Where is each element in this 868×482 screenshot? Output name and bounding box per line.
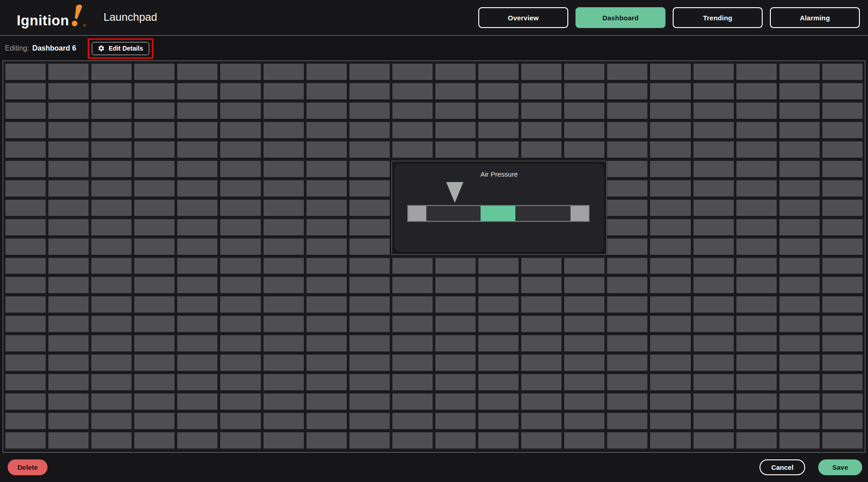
grid-cell[interactable] xyxy=(392,335,433,351)
grid-cell[interactable] xyxy=(607,122,647,138)
grid-cell[interactable] xyxy=(91,258,132,274)
grid-cell[interactable] xyxy=(822,277,863,293)
grid-cell[interactable] xyxy=(693,141,734,158)
grid-cell[interactable] xyxy=(264,277,304,293)
grid-cell[interactable] xyxy=(822,239,863,255)
nav-button-alarming[interactable]: Alarming xyxy=(770,7,860,28)
grid-cell[interactable] xyxy=(177,374,217,390)
grid-cell[interactable] xyxy=(607,413,647,429)
grid-cell[interactable] xyxy=(307,200,347,216)
grid-cell[interactable] xyxy=(478,355,519,371)
air-pressure-widget[interactable]: Air Pressure xyxy=(392,161,607,255)
grid-cell[interactable] xyxy=(736,335,777,351)
grid-cell[interactable] xyxy=(177,64,217,80)
nav-button-overview[interactable]: Overview xyxy=(478,7,568,28)
grid-cell[interactable] xyxy=(564,103,604,119)
grid-cell[interactable] xyxy=(392,374,433,390)
grid-cell[interactable] xyxy=(91,296,132,313)
grid-cell[interactable] xyxy=(822,219,863,235)
grid-cell[interactable] xyxy=(693,239,734,255)
grid-cell[interactable] xyxy=(5,374,46,390)
grid-cell[interactable] xyxy=(349,219,390,235)
grid-cell[interactable] xyxy=(607,374,647,390)
grid-cell[interactable] xyxy=(779,122,820,138)
grid-cell[interactable] xyxy=(650,122,690,138)
grid-cell[interactable] xyxy=(607,432,647,449)
grid-cell[interactable] xyxy=(177,200,217,216)
grid-cell[interactable] xyxy=(779,335,820,351)
grid-cell[interactable] xyxy=(220,219,260,235)
grid-cell[interactable] xyxy=(307,64,347,80)
grid-cell[interactable] xyxy=(521,296,561,313)
grid-cell[interactable] xyxy=(779,316,820,332)
grid-cell[interactable] xyxy=(349,296,390,313)
grid-cell[interactable] xyxy=(177,355,217,371)
grid-cell[interactable] xyxy=(650,103,690,119)
grid-cell[interactable] xyxy=(349,200,390,216)
grid-cell[interactable] xyxy=(220,355,260,371)
grid-cell[interactable] xyxy=(264,141,304,158)
grid-cell[interactable] xyxy=(650,316,690,332)
grid-cell[interactable] xyxy=(48,355,89,371)
grid-cell[interactable] xyxy=(478,258,519,274)
grid-cell[interactable] xyxy=(822,316,863,332)
grid-cell[interactable] xyxy=(435,335,476,351)
grid-cell[interactable] xyxy=(779,219,820,235)
grid-cell[interactable] xyxy=(693,355,734,371)
grid-cell[interactable] xyxy=(264,258,304,274)
grid-cell[interactable] xyxy=(478,64,519,80)
grid-cell[interactable] xyxy=(5,122,46,138)
grid-cell[interactable] xyxy=(134,219,175,235)
grid-cell[interactable] xyxy=(307,316,347,332)
grid-cell[interactable] xyxy=(564,393,604,410)
grid-cell[interactable] xyxy=(693,122,734,138)
grid-cell[interactable] xyxy=(693,64,734,80)
grid-cell[interactable] xyxy=(177,277,217,293)
grid-cell[interactable] xyxy=(264,103,304,119)
grid-cell[interactable] xyxy=(650,296,690,313)
grid-cell[interactable] xyxy=(650,219,690,235)
grid-cell[interactable] xyxy=(607,335,647,351)
grid-cell[interactable] xyxy=(177,335,217,351)
grid-cell[interactable] xyxy=(435,374,476,390)
grid-cell[interactable] xyxy=(435,258,476,274)
grid-cell[interactable] xyxy=(264,83,304,99)
grid-cell[interactable] xyxy=(134,64,175,80)
grid-cell[interactable] xyxy=(392,83,433,99)
grid-cell[interactable] xyxy=(822,161,863,177)
grid-cell[interactable] xyxy=(134,432,175,449)
grid-cell[interactable] xyxy=(91,103,132,119)
grid-cell[interactable] xyxy=(736,161,777,177)
grid-cell[interactable] xyxy=(607,200,647,216)
grid-cell[interactable] xyxy=(822,83,863,99)
grid-cell[interactable] xyxy=(307,355,347,371)
grid-cell[interactable] xyxy=(779,277,820,293)
grid-cell[interactable] xyxy=(779,161,820,177)
grid-cell[interactable] xyxy=(435,432,476,449)
grid-cell[interactable] xyxy=(264,219,304,235)
grid-cell[interactable] xyxy=(91,122,132,138)
grid-cell[interactable] xyxy=(779,374,820,390)
grid-cell[interactable] xyxy=(134,141,175,158)
grid-cell[interactable] xyxy=(564,64,604,80)
grid-cell[interactable] xyxy=(134,374,175,390)
grid-cell[interactable] xyxy=(822,413,863,429)
grid-cell[interactable] xyxy=(307,296,347,313)
grid-cell[interactable] xyxy=(607,64,647,80)
grid-cell[interactable] xyxy=(177,296,217,313)
grid-cell[interactable] xyxy=(177,83,217,99)
grid-cell[interactable] xyxy=(264,64,304,80)
grid-cell[interactable] xyxy=(693,335,734,351)
grid-cell[interactable] xyxy=(564,277,604,293)
grid-cell[interactable] xyxy=(349,141,390,158)
grid-cell[interactable] xyxy=(264,355,304,371)
grid-cell[interactable] xyxy=(607,239,647,255)
grid-cell[interactable] xyxy=(650,200,690,216)
grid-cell[interactable] xyxy=(177,219,217,235)
grid-cell[interactable] xyxy=(693,374,734,390)
grid-cell[interactable] xyxy=(736,141,777,158)
grid-cell[interactable] xyxy=(91,141,132,158)
grid-cell[interactable] xyxy=(48,219,89,235)
grid-cell[interactable] xyxy=(736,122,777,138)
grid-cell[interactable] xyxy=(48,335,89,351)
